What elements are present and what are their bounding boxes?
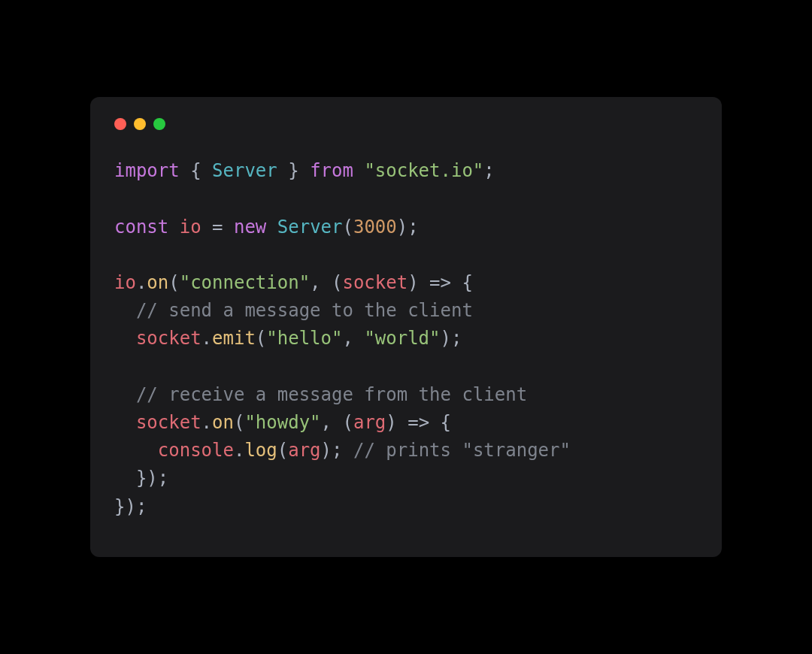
token-punct: .: [234, 440, 244, 461]
token-punct: .: [136, 272, 147, 293]
token-keyword: from: [310, 160, 353, 181]
token-punct: ): [441, 328, 451, 349]
token-class: Server: [212, 160, 277, 181]
token-string: "socket.io": [364, 160, 483, 181]
token-plain: [299, 160, 310, 181]
token-comment: // prints "stranger": [353, 440, 571, 461]
token-plain: [114, 412, 136, 433]
token-func: on: [147, 272, 168, 293]
token-ident: io: [114, 272, 136, 293]
token-func: log: [244, 440, 277, 461]
token-punct: (: [256, 328, 266, 349]
token-punct: ): [408, 272, 418, 293]
token-punct: ;: [136, 496, 147, 517]
token-punct: {: [441, 412, 451, 433]
token-punct: .: [201, 412, 212, 433]
token-plain: [353, 328, 364, 349]
token-punct: ;: [451, 328, 462, 349]
token-punct: (: [277, 440, 288, 461]
token-comment: // receive a message from the client: [136, 384, 527, 405]
token-plain: [419, 272, 429, 293]
token-plain: [201, 160, 212, 181]
token-string: "connection": [180, 272, 310, 293]
token-punct: {: [462, 272, 472, 293]
token-punct: ;: [483, 160, 494, 181]
token-ident: io: [180, 216, 201, 238]
token-plain: [223, 216, 234, 238]
token-punct: .: [201, 328, 212, 349]
token-ident: arg: [353, 412, 386, 433]
token-plain: [266, 216, 277, 238]
token-plain: [277, 160, 288, 181]
token-punct: }: [288, 160, 298, 181]
token-op: =: [212, 216, 223, 238]
token-keyword: import: [114, 160, 180, 181]
token-punct: ): [397, 216, 408, 238]
token-ident: arg: [288, 440, 320, 461]
token-op: =>: [429, 272, 451, 293]
close-icon[interactable]: [114, 118, 126, 130]
token-plain: [168, 216, 179, 238]
token-punct: ): [147, 468, 157, 489]
token-keyword: new: [234, 216, 266, 238]
token-plain: [114, 384, 136, 405]
code-block: import { Server } from "socket.io"; cons…: [114, 157, 698, 520]
minimize-icon[interactable]: [134, 118, 146, 130]
token-plain: [451, 272, 462, 293]
token-string: "hello": [266, 328, 342, 349]
token-ident: socket: [136, 328, 201, 349]
token-punct: ,: [321, 412, 332, 433]
token-comment: // send a message to the client: [136, 300, 473, 321]
token-plain: [353, 160, 364, 181]
token-punct: {: [190, 160, 201, 181]
token-ident: socket: [136, 412, 201, 433]
token-plain: [342, 440, 353, 461]
token-plain: [114, 468, 136, 489]
token-plain: [180, 160, 190, 181]
titlebar: [114, 118, 698, 130]
token-punct: ): [386, 412, 396, 433]
token-string: "world": [364, 328, 440, 349]
maximize-icon[interactable]: [153, 118, 165, 130]
token-plain: [397, 412, 408, 433]
token-op: =>: [408, 412, 429, 433]
token-class: Server: [277, 216, 343, 238]
token-punct: (: [332, 272, 342, 293]
token-func: emit: [212, 328, 256, 349]
token-ident: console: [158, 440, 234, 461]
token-punct: ): [321, 440, 332, 461]
token-plain: [321, 272, 332, 293]
token-ident: socket: [342, 272, 408, 293]
token-plain: [332, 412, 342, 433]
token-punct: ,: [310, 272, 320, 293]
code-content: import { Server } from "socket.io"; cons…: [114, 160, 571, 516]
token-punct: }: [114, 496, 125, 517]
token-punct: ,: [342, 328, 353, 349]
token-punct: (: [342, 216, 353, 238]
token-punct: ): [125, 496, 135, 517]
token-keyword: const: [114, 216, 168, 238]
token-string: "howdy": [244, 412, 320, 433]
token-punct: ;: [158, 468, 168, 489]
token-punct: ;: [408, 216, 418, 238]
token-plain: [114, 328, 136, 349]
token-punct: ;: [332, 440, 342, 461]
token-plain: [114, 300, 136, 321]
token-punct: (: [234, 412, 244, 433]
token-punct: (: [342, 412, 353, 433]
token-punct: (: [168, 272, 179, 293]
token-func: on: [212, 412, 234, 433]
code-window: import { Server } from "socket.io"; cons…: [90, 97, 722, 556]
token-number: 3000: [353, 216, 397, 238]
token-plain: [201, 216, 212, 238]
token-plain: [429, 412, 440, 433]
token-punct: }: [136, 468, 147, 489]
token-plain: [114, 440, 158, 461]
